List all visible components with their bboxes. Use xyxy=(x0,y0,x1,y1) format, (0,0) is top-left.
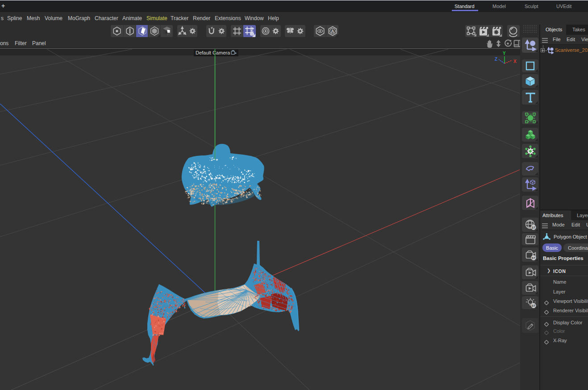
svg-text:A: A xyxy=(331,29,334,34)
svg-text:Y: Y xyxy=(503,51,506,56)
svg-text:X: X xyxy=(513,59,517,64)
svg-text:Default Camera: Default Camera xyxy=(196,50,230,55)
svg-text:Z: Z xyxy=(495,57,497,62)
